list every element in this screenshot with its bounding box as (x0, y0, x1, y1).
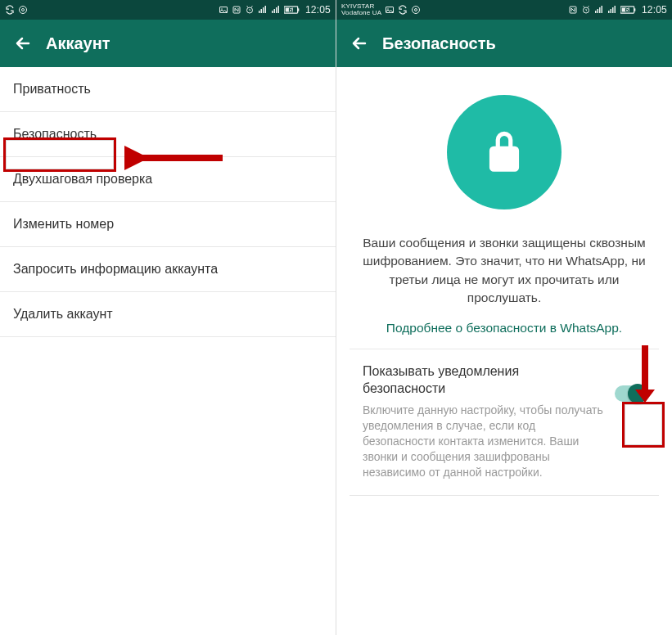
picture-icon (219, 5, 228, 15)
security-notification-setting[interactable]: Показывать уведомления безопасности Вклю… (350, 349, 659, 495)
security-learn-more-link[interactable]: Подробнее о безопасности в WhatsApp. (350, 314, 659, 349)
setting-subtitle: Включите данную настройку, чтобы получат… (363, 403, 605, 480)
svg-rect-13 (277, 6, 279, 13)
svg-point-21 (413, 7, 420, 14)
back-button[interactable] (341, 25, 377, 61)
picture-icon (385, 5, 395, 15)
svg-rect-15 (297, 8, 299, 11)
page-title: Безопасность (382, 34, 496, 53)
back-button[interactable] (5, 25, 41, 61)
nfc-icon (232, 5, 241, 15)
svg-rect-28 (601, 6, 602, 13)
svg-rect-31 (612, 7, 614, 13)
svg-rect-11 (273, 9, 275, 13)
carrier-label: KYIVSTAR Vodafone UA (341, 3, 381, 16)
signal2-icon (271, 5, 281, 15)
account-item-security[interactable]: Безопасность (0, 112, 336, 157)
chrome-icon (18, 5, 28, 15)
account-item-privacy[interactable]: Приватность (0, 67, 336, 112)
account-list: Приватность Безопасность Двухшаговая про… (0, 67, 336, 635)
lock-illustration (447, 95, 562, 209)
svg-rect-29 (608, 11, 610, 13)
svg-rect-6 (259, 11, 260, 13)
lock-icon (479, 125, 530, 179)
signal-icon (594, 5, 604, 15)
statusbar-left: 60 12:05 (0, 0, 336, 20)
statusbar-right: KYIVSTAR Vodafone UA (336, 0, 672, 20)
svg-point-0 (20, 7, 27, 14)
svg-rect-8 (263, 7, 264, 13)
divider (350, 495, 659, 496)
status-time: 12:05 (642, 4, 667, 16)
account-item-change-number[interactable]: Изменить номер (0, 202, 336, 247)
svg-rect-30 (610, 9, 611, 13)
battery-percent: 60 (289, 6, 297, 14)
appbar-account: Аккаунт (0, 20, 336, 67)
svg-rect-25 (595, 11, 597, 13)
status-time: 12:05 (305, 4, 331, 16)
svg-rect-10 (272, 11, 273, 13)
security-description: Ваши сообщения и звонки защищены сквозны… (350, 223, 659, 314)
svg-point-1 (22, 9, 25, 11)
sync-icon (5, 5, 15, 15)
signal-icon (258, 5, 268, 15)
account-item-two-step[interactable]: Двухшаговая проверка (0, 157, 336, 202)
svg-rect-34 (634, 8, 635, 11)
svg-point-22 (415, 9, 417, 11)
setting-title: Показывать уведомления безопасности (363, 363, 605, 398)
security-screen: KYIVSTAR Vodafone UA (336, 0, 672, 635)
nfc-icon (568, 5, 578, 15)
security-notification-toggle[interactable] (615, 385, 646, 402)
page-title: Аккаунт (46, 34, 110, 53)
svg-rect-7 (260, 9, 262, 13)
svg-rect-26 (597, 9, 598, 13)
account-item-delete[interactable]: Удалить аккаунт (0, 292, 336, 337)
account-item-request-info[interactable]: Запросить информацию аккаунта (0, 247, 336, 292)
alarm-icon (581, 5, 591, 15)
appbar-security: Безопасность (336, 20, 672, 67)
signal2-icon (607, 5, 617, 15)
battery-percent: 60 (625, 6, 634, 14)
svg-rect-12 (276, 7, 277, 13)
svg-rect-9 (264, 6, 266, 13)
sync-icon (398, 5, 408, 15)
account-screen: 60 12:05 Аккаунт Приватность Безопасност… (0, 0, 336, 635)
security-body: Ваши сообщения и звонки защищены сквозны… (336, 67, 672, 496)
svg-rect-27 (599, 7, 601, 13)
chrome-icon (411, 5, 421, 15)
alarm-icon (245, 5, 255, 15)
svg-rect-32 (614, 6, 616, 13)
